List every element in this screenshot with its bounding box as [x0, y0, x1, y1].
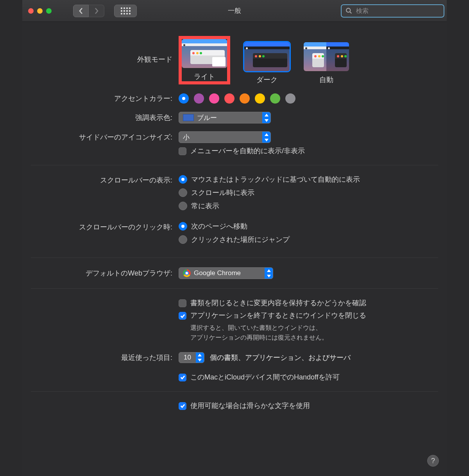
highlight-swatch-icon	[183, 114, 194, 121]
sidebar-icon-dropdown[interactable]: 小	[179, 131, 271, 143]
appearance-label: 外観モード	[31, 36, 179, 65]
scrollbars-option-auto[interactable]: マウスまたはトラックパッドに基づいて自動的に表示	[179, 175, 438, 184]
chrome-icon	[183, 269, 191, 277]
handoff-checkbox[interactable]: このMacとiCloudデバイス間でのHandoffを許可	[179, 372, 438, 382]
highlight-value: ブルー	[197, 113, 217, 122]
radio-dot	[179, 175, 187, 184]
separator	[31, 165, 438, 165]
window-controls	[28, 8, 52, 14]
appearance-options: ライト ダーク	[179, 36, 438, 84]
appearance-option-light[interactable]	[182, 39, 227, 68]
recent-stepper[interactable]: 10	[179, 352, 204, 363]
content: 外観モード ライト	[22, 22, 447, 434]
sidebar-icon-label: サイドバーのアイコンサイズ:	[31, 132, 179, 143]
default-browser-dropdown[interactable]: Google Chrome	[179, 267, 273, 279]
row-browser: デフォルトのWebブラウザ: Google Chrome	[31, 267, 438, 279]
menubar-autohide-label: メニューバーを自動的に表示/非表示	[190, 146, 305, 156]
row-accent: アクセントカラー:	[31, 93, 438, 104]
svg-marker-8	[198, 354, 202, 356]
row-sidebar-icon: サイドバーのアイコンサイズ: 小	[31, 131, 438, 143]
separator	[31, 258, 438, 258]
accent-color-0[interactable]	[179, 93, 189, 104]
checkbox-box	[179, 312, 186, 320]
close-window-icon[interactable]	[28, 8, 34, 14]
sidebar-icon-value: 小	[183, 133, 190, 142]
recent-label: 最近使った項目:	[31, 352, 179, 363]
chevron-left-icon	[79, 7, 83, 14]
accent-color-list	[179, 93, 438, 104]
zoom-window-icon[interactable]	[46, 8, 52, 14]
checkbox-box	[179, 402, 186, 410]
radio-dot	[179, 235, 187, 244]
svg-marker-6	[267, 269, 271, 272]
scroll-click-option-page[interactable]: 次のページへ移動	[179, 222, 438, 231]
radio-dot	[179, 202, 187, 210]
accent-color-7[interactable]	[285, 93, 295, 104]
appearance-dark-label: ダーク	[256, 75, 277, 84]
checkbox-box	[179, 147, 186, 155]
recent-value: 10	[179, 353, 196, 363]
browser-value: Google Chrome	[194, 269, 241, 277]
row-menubar-autohide: メニューバーを自動的に表示/非表示	[31, 146, 438, 156]
row-close-docs: 書類を閉じるときに変更内容を保持するかどうかを確認 アプリケーションを終了すると…	[31, 298, 438, 343]
svg-point-0	[346, 8, 350, 12]
window-title: 一般	[228, 6, 241, 15]
svg-marker-3	[265, 119, 269, 122]
nav-buttons	[73, 5, 104, 17]
preferences-window: 一般 外観モード ライト	[22, 0, 447, 476]
row-highlight: 強調表示色: ブルー	[31, 112, 438, 123]
scrollbars-option-scrolling[interactable]: スクロール時に表示	[179, 188, 438, 197]
checkbox-box	[179, 374, 186, 381]
dropdown-stepper-icon	[262, 112, 270, 123]
appearance-auto-label: 自動	[319, 75, 333, 84]
row-recent: 最近使った項目: 10 個の書類、アプリケーション、およびサーバ	[31, 352, 438, 363]
close-windows-note: 選択すると、開いていた書類とウインドウは、 アプリケーションの再開時には復元され…	[190, 323, 438, 343]
highlight-label: 強調表示色:	[31, 112, 179, 123]
scroll-click-label: スクロールバーのクリック時:	[31, 222, 179, 233]
separator	[31, 391, 438, 392]
recent-suffix: 個の書類、アプリケーション、およびサーバ	[210, 353, 351, 362]
accent-color-4[interactable]	[240, 93, 250, 104]
toolbar: 一般	[22, 0, 447, 22]
font-smoothing-label: 使用可能な場合は滑らかな文字を使用	[190, 401, 310, 410]
dropdown-stepper-icon	[262, 132, 270, 143]
chevron-right-icon	[94, 7, 99, 14]
svg-line-1	[350, 12, 351, 13]
checkbox-box	[179, 299, 186, 307]
accent-color-6[interactable]	[270, 93, 280, 104]
minimize-window-icon[interactable]	[37, 8, 43, 14]
scroll-click-option-jump[interactable]: クリックされた場所にジャンプ	[179, 235, 438, 244]
search-input[interactable]	[355, 7, 440, 15]
highlight-dropdown[interactable]: ブルー	[179, 112, 271, 123]
appearance-option-dark[interactable]	[244, 42, 290, 71]
svg-marker-4	[265, 133, 269, 136]
radio-dot	[179, 188, 187, 197]
help-button[interactable]: ?	[427, 455, 439, 467]
search-field[interactable]	[341, 4, 444, 18]
svg-marker-9	[198, 359, 202, 361]
accent-label: アクセントカラー:	[31, 93, 179, 104]
show-all-button[interactable]	[114, 5, 137, 17]
close-windows-checkbox[interactable]: アプリケーションを終了するときにウインドウを閉じる	[179, 311, 438, 320]
scrollbars-option-always[interactable]: 常に表示	[179, 201, 438, 211]
row-appearance: 外観モード ライト	[31, 36, 438, 84]
separator	[31, 288, 438, 289]
grid-icon	[121, 7, 131, 14]
menubar-autohide-checkbox[interactable]: メニューバーを自動的に表示/非表示	[179, 146, 438, 156]
accent-color-2[interactable]	[209, 93, 219, 104]
forward-button[interactable]	[89, 5, 104, 17]
row-scrollbars: スクロールバーの表示: マウスまたはトラックパッドに基づいて自動的に表示 スクロ…	[31, 175, 438, 215]
svg-marker-2	[265, 114, 269, 116]
font-smoothing-checkbox[interactable]: 使用可能な場合は滑らかな文字を使用	[179, 401, 438, 410]
accent-color-1[interactable]	[194, 93, 204, 104]
accent-color-5[interactable]	[255, 93, 265, 104]
row-smoothing: 使用可能な場合は滑らかな文字を使用	[31, 401, 438, 410]
stepper-icon	[196, 353, 204, 363]
back-button[interactable]	[73, 5, 89, 17]
appearance-option-auto[interactable]	[304, 42, 349, 71]
ask-changes-checkbox[interactable]: 書類を閉じるときに変更内容を保持するかどうかを確認	[179, 298, 438, 308]
radio-dot	[179, 222, 187, 231]
svg-marker-5	[265, 139, 269, 141]
row-handoff: このMacとiCloudデバイス間でのHandoffを許可	[31, 372, 438, 382]
accent-color-3[interactable]	[224, 93, 234, 104]
